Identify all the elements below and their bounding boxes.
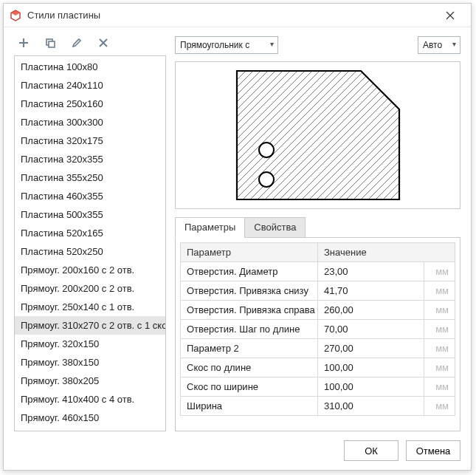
list-item[interactable]: Пластина 300x300 <box>15 113 165 131</box>
ok-button[interactable]: ОК <box>344 440 399 461</box>
param-unit: мм <box>424 320 455 339</box>
shape-preview <box>175 61 461 209</box>
window-title: Стили пластины <box>27 10 435 21</box>
list-item[interactable]: Пластина 320x175 <box>15 131 165 150</box>
list-item[interactable]: Пластина 100x80 <box>15 58 165 76</box>
list-item[interactable]: Прямоуг. 250x140 с 1 отв. <box>15 298 165 316</box>
list-toolbar <box>14 35 166 55</box>
app-icon <box>10 10 21 21</box>
param-value[interactable]: 260,00 <box>318 301 424 320</box>
param-name: Ширина <box>181 397 318 416</box>
params-table: Параметр Значение Отверстия. Диаметр23,0… <box>180 242 455 416</box>
dialog-body: Пластина 100x80Пластина 240x110Пластина … <box>4 27 471 431</box>
svg-point-4 <box>259 143 274 157</box>
param-value[interactable]: 100,00 <box>318 358 424 377</box>
table-row: Отверстия. Диаметр23,00мм <box>181 262 455 281</box>
copy-button[interactable] <box>44 36 57 49</box>
list-item[interactable]: Пластина 250x160 <box>15 95 165 113</box>
table-row: Скос по длине100,00мм <box>181 358 455 377</box>
auto-select-value: Авто <box>423 40 442 50</box>
param-name: Отверстия. Шаг по длине <box>181 320 318 339</box>
ok-label: ОК <box>365 445 378 457</box>
table-row: Ширина310,00мм <box>181 397 455 416</box>
cancel-button[interactable]: Отмена <box>406 440 461 461</box>
param-name: Скос по ширине <box>181 377 318 397</box>
tab-props[interactable]: Свойства <box>244 217 306 238</box>
param-value[interactable]: 100,00 <box>318 377 424 397</box>
tabs: Параметры Свойства <box>175 216 461 238</box>
list-item[interactable]: Прямоуг. 380x150 <box>15 353 165 372</box>
param-unit: мм <box>424 339 455 358</box>
shape-select[interactable]: Прямоугольник с <box>175 36 278 54</box>
titlebar: Стили пластины <box>4 4 471 27</box>
list-item[interactable]: Прямоуг. 200x160 c 2 отв. <box>15 261 165 279</box>
col-param: Параметр <box>181 243 318 262</box>
list-item[interactable]: Прямоуг. 200x200 c 2 отв. <box>15 279 165 298</box>
table-row: Отверстия. Привязка снизу41,70мм <box>181 281 455 301</box>
param-name: Параметр 2 <box>181 339 318 358</box>
list-item[interactable]: Прямоуг. 310x270 с 2 отв. с 1 ско <box>15 316 165 335</box>
top-controls: Прямоугольник с Авто <box>175 35 461 55</box>
param-name: Отверстия. Привязка снизу <box>181 281 318 301</box>
list-item[interactable]: Прямоуг. 380x205 <box>15 372 165 390</box>
svg-marker-1 <box>11 10 20 16</box>
shape-select-value: Прямоугольник с <box>180 40 249 50</box>
param-unit: мм <box>424 262 455 281</box>
list-item[interactable]: Прямоуг. 410x400 с 4 отв. <box>15 390 165 409</box>
close-button[interactable] <box>435 5 465 26</box>
param-unit: мм <box>424 301 455 320</box>
tab-props-label: Свойства <box>254 222 296 233</box>
param-unit: мм <box>424 358 455 377</box>
list-item[interactable]: Прямоуг. 320x150 <box>15 335 165 353</box>
table-row: Скос по ширине100,00мм <box>181 377 455 397</box>
param-value[interactable]: 270,00 <box>318 339 424 358</box>
svg-point-5 <box>259 172 274 187</box>
dialog-window: Стили пластины <box>3 3 472 471</box>
param-value[interactable]: 23,00 <box>318 262 424 281</box>
param-name: Скос по длине <box>181 358 318 377</box>
svg-rect-3 <box>49 41 55 47</box>
param-name: Отверстия. Привязка справа <box>181 301 318 320</box>
list-item[interactable]: Пластина 460x355 <box>15 187 165 205</box>
table-row: Параметр 2270,00мм <box>181 339 455 358</box>
right-column: Прямоугольник с Авто <box>175 35 461 431</box>
table-row: Отверстия. Шаг по длине70,00мм <box>181 320 455 339</box>
list-item[interactable]: Пластина 520x250 <box>15 242 165 261</box>
tab-params-label: Параметры <box>184 222 235 233</box>
add-button[interactable] <box>17 36 30 49</box>
param-unit: мм <box>424 281 455 301</box>
auto-select[interactable]: Авто <box>418 36 461 54</box>
cancel-label: Отмена <box>416 445 451 457</box>
param-value[interactable]: 310,00 <box>318 397 424 416</box>
param-name: Отверстия. Диаметр <box>181 262 318 281</box>
list-item[interactable]: Пластина 320x355 <box>15 150 165 168</box>
dialog-footer: ОК Отмена <box>4 431 471 470</box>
edit-button[interactable] <box>70 36 83 49</box>
list-item[interactable]: Пластина 355x250 <box>15 168 165 187</box>
param-unit: мм <box>424 377 455 397</box>
param-value[interactable]: 41,70 <box>318 281 424 301</box>
preview-svg <box>185 65 451 205</box>
list-item[interactable]: Прямоуг. 460x150 <box>15 409 165 427</box>
params-panel: Параметр Значение Отверстия. Диаметр23,0… <box>175 238 461 431</box>
list-item[interactable]: Пластина 520x165 <box>15 224 165 242</box>
styles-list[interactable]: Пластина 100x80Пластина 240x110Пластина … <box>14 55 166 431</box>
param-value[interactable]: 70,00 <box>318 320 424 339</box>
col-value: Значение <box>318 243 455 262</box>
list-item[interactable]: Пластина 500x355 <box>15 205 165 224</box>
list-item[interactable]: Пластина 240x110 <box>15 76 165 95</box>
param-unit: мм <box>424 397 455 416</box>
table-row: Отверстия. Привязка справа260,00мм <box>181 301 455 320</box>
delete-button[interactable] <box>97 36 110 49</box>
left-column: Пластина 100x80Пластина 240x110Пластина … <box>14 35 166 431</box>
tab-params[interactable]: Параметры <box>175 217 245 238</box>
